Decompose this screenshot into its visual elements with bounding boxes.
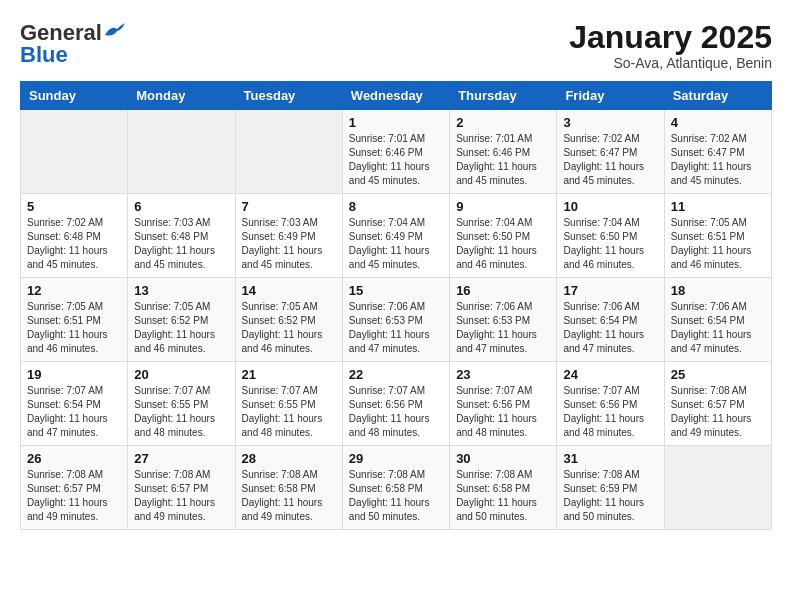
title-area: January 2025 So-Ava, Atlantique, Benin	[569, 20, 772, 71]
calendar-cell: 19Sunrise: 7:07 AM Sunset: 6:54 PM Dayli…	[21, 362, 128, 446]
day-info: Sunrise: 7:08 AM Sunset: 6:58 PM Dayligh…	[242, 468, 336, 524]
day-number: 9	[456, 199, 550, 214]
day-number: 31	[563, 451, 657, 466]
calendar-cell: 6Sunrise: 7:03 AM Sunset: 6:48 PM Daylig…	[128, 194, 235, 278]
day-number: 26	[27, 451, 121, 466]
day-number: 7	[242, 199, 336, 214]
day-info: Sunrise: 7:08 AM Sunset: 6:58 PM Dayligh…	[456, 468, 550, 524]
logo: General Blue	[20, 20, 125, 68]
calendar-cell	[235, 110, 342, 194]
calendar-week-2: 5Sunrise: 7:02 AM Sunset: 6:48 PM Daylig…	[21, 194, 772, 278]
calendar-cell: 20Sunrise: 7:07 AM Sunset: 6:55 PM Dayli…	[128, 362, 235, 446]
page-title: January 2025	[569, 20, 772, 55]
day-number: 27	[134, 451, 228, 466]
calendar-cell	[664, 446, 771, 530]
calendar-table: SundayMondayTuesdayWednesdayThursdayFrid…	[20, 81, 772, 530]
day-number: 21	[242, 367, 336, 382]
day-info: Sunrise: 7:06 AM Sunset: 6:53 PM Dayligh…	[456, 300, 550, 356]
day-number: 2	[456, 115, 550, 130]
day-number: 12	[27, 283, 121, 298]
calendar-cell: 30Sunrise: 7:08 AM Sunset: 6:58 PM Dayli…	[450, 446, 557, 530]
day-info: Sunrise: 7:05 AM Sunset: 6:52 PM Dayligh…	[242, 300, 336, 356]
day-number: 24	[563, 367, 657, 382]
day-info: Sunrise: 7:07 AM Sunset: 6:56 PM Dayligh…	[456, 384, 550, 440]
calendar-cell	[21, 110, 128, 194]
weekday-header-friday: Friday	[557, 82, 664, 110]
calendar-cell: 7Sunrise: 7:03 AM Sunset: 6:49 PM Daylig…	[235, 194, 342, 278]
day-number: 5	[27, 199, 121, 214]
page-header: General Blue January 2025 So-Ava, Atlant…	[20, 20, 772, 71]
day-info: Sunrise: 7:06 AM Sunset: 6:53 PM Dayligh…	[349, 300, 443, 356]
day-info: Sunrise: 7:07 AM Sunset: 6:54 PM Dayligh…	[27, 384, 121, 440]
calendar-cell: 11Sunrise: 7:05 AM Sunset: 6:51 PM Dayli…	[664, 194, 771, 278]
calendar-cell: 22Sunrise: 7:07 AM Sunset: 6:56 PM Dayli…	[342, 362, 449, 446]
weekday-header-row: SundayMondayTuesdayWednesdayThursdayFrid…	[21, 82, 772, 110]
day-number: 23	[456, 367, 550, 382]
day-number: 25	[671, 367, 765, 382]
weekday-header-thursday: Thursday	[450, 82, 557, 110]
day-number: 30	[456, 451, 550, 466]
day-number: 19	[27, 367, 121, 382]
day-info: Sunrise: 7:06 AM Sunset: 6:54 PM Dayligh…	[563, 300, 657, 356]
day-number: 8	[349, 199, 443, 214]
calendar-week-4: 19Sunrise: 7:07 AM Sunset: 6:54 PM Dayli…	[21, 362, 772, 446]
weekday-header-monday: Monday	[128, 82, 235, 110]
day-number: 4	[671, 115, 765, 130]
day-info: Sunrise: 7:07 AM Sunset: 6:56 PM Dayligh…	[349, 384, 443, 440]
day-info: Sunrise: 7:04 AM Sunset: 6:50 PM Dayligh…	[563, 216, 657, 272]
calendar-cell: 27Sunrise: 7:08 AM Sunset: 6:57 PM Dayli…	[128, 446, 235, 530]
day-number: 10	[563, 199, 657, 214]
logo-blue: Blue	[20, 42, 68, 68]
day-info: Sunrise: 7:05 AM Sunset: 6:51 PM Dayligh…	[27, 300, 121, 356]
weekday-header-saturday: Saturday	[664, 82, 771, 110]
day-info: Sunrise: 7:03 AM Sunset: 6:49 PM Dayligh…	[242, 216, 336, 272]
day-number: 18	[671, 283, 765, 298]
calendar-cell: 29Sunrise: 7:08 AM Sunset: 6:58 PM Dayli…	[342, 446, 449, 530]
day-info: Sunrise: 7:01 AM Sunset: 6:46 PM Dayligh…	[456, 132, 550, 188]
calendar-cell	[128, 110, 235, 194]
calendar-cell: 21Sunrise: 7:07 AM Sunset: 6:55 PM Dayli…	[235, 362, 342, 446]
calendar-cell: 31Sunrise: 7:08 AM Sunset: 6:59 PM Dayli…	[557, 446, 664, 530]
day-number: 16	[456, 283, 550, 298]
calendar-cell: 5Sunrise: 7:02 AM Sunset: 6:48 PM Daylig…	[21, 194, 128, 278]
page-subtitle: So-Ava, Atlantique, Benin	[569, 55, 772, 71]
day-info: Sunrise: 7:02 AM Sunset: 6:47 PM Dayligh…	[563, 132, 657, 188]
day-info: Sunrise: 7:02 AM Sunset: 6:47 PM Dayligh…	[671, 132, 765, 188]
calendar-cell: 25Sunrise: 7:08 AM Sunset: 6:57 PM Dayli…	[664, 362, 771, 446]
weekday-header-sunday: Sunday	[21, 82, 128, 110]
day-info: Sunrise: 7:01 AM Sunset: 6:46 PM Dayligh…	[349, 132, 443, 188]
day-number: 28	[242, 451, 336, 466]
day-info: Sunrise: 7:02 AM Sunset: 6:48 PM Dayligh…	[27, 216, 121, 272]
day-number: 6	[134, 199, 228, 214]
calendar-cell: 14Sunrise: 7:05 AM Sunset: 6:52 PM Dayli…	[235, 278, 342, 362]
day-number: 14	[242, 283, 336, 298]
logo-bird-icon	[103, 23, 125, 39]
calendar-cell: 13Sunrise: 7:05 AM Sunset: 6:52 PM Dayli…	[128, 278, 235, 362]
calendar-cell: 2Sunrise: 7:01 AM Sunset: 6:46 PM Daylig…	[450, 110, 557, 194]
day-info: Sunrise: 7:08 AM Sunset: 6:57 PM Dayligh…	[27, 468, 121, 524]
day-info: Sunrise: 7:07 AM Sunset: 6:55 PM Dayligh…	[242, 384, 336, 440]
calendar-cell: 9Sunrise: 7:04 AM Sunset: 6:50 PM Daylig…	[450, 194, 557, 278]
day-number: 1	[349, 115, 443, 130]
calendar-week-3: 12Sunrise: 7:05 AM Sunset: 6:51 PM Dayli…	[21, 278, 772, 362]
calendar-cell: 28Sunrise: 7:08 AM Sunset: 6:58 PM Dayli…	[235, 446, 342, 530]
day-info: Sunrise: 7:05 AM Sunset: 6:51 PM Dayligh…	[671, 216, 765, 272]
weekday-header-wednesday: Wednesday	[342, 82, 449, 110]
day-info: Sunrise: 7:05 AM Sunset: 6:52 PM Dayligh…	[134, 300, 228, 356]
day-number: 17	[563, 283, 657, 298]
day-info: Sunrise: 7:07 AM Sunset: 6:55 PM Dayligh…	[134, 384, 228, 440]
calendar-cell: 23Sunrise: 7:07 AM Sunset: 6:56 PM Dayli…	[450, 362, 557, 446]
day-info: Sunrise: 7:08 AM Sunset: 6:57 PM Dayligh…	[671, 384, 765, 440]
calendar-cell: 17Sunrise: 7:06 AM Sunset: 6:54 PM Dayli…	[557, 278, 664, 362]
calendar-cell: 3Sunrise: 7:02 AM Sunset: 6:47 PM Daylig…	[557, 110, 664, 194]
weekday-header-tuesday: Tuesday	[235, 82, 342, 110]
calendar-cell: 16Sunrise: 7:06 AM Sunset: 6:53 PM Dayli…	[450, 278, 557, 362]
day-number: 29	[349, 451, 443, 466]
day-info: Sunrise: 7:03 AM Sunset: 6:48 PM Dayligh…	[134, 216, 228, 272]
calendar-cell: 18Sunrise: 7:06 AM Sunset: 6:54 PM Dayli…	[664, 278, 771, 362]
day-number: 11	[671, 199, 765, 214]
calendar-cell: 8Sunrise: 7:04 AM Sunset: 6:49 PM Daylig…	[342, 194, 449, 278]
day-info: Sunrise: 7:08 AM Sunset: 6:57 PM Dayligh…	[134, 468, 228, 524]
day-number: 22	[349, 367, 443, 382]
day-info: Sunrise: 7:04 AM Sunset: 6:50 PM Dayligh…	[456, 216, 550, 272]
